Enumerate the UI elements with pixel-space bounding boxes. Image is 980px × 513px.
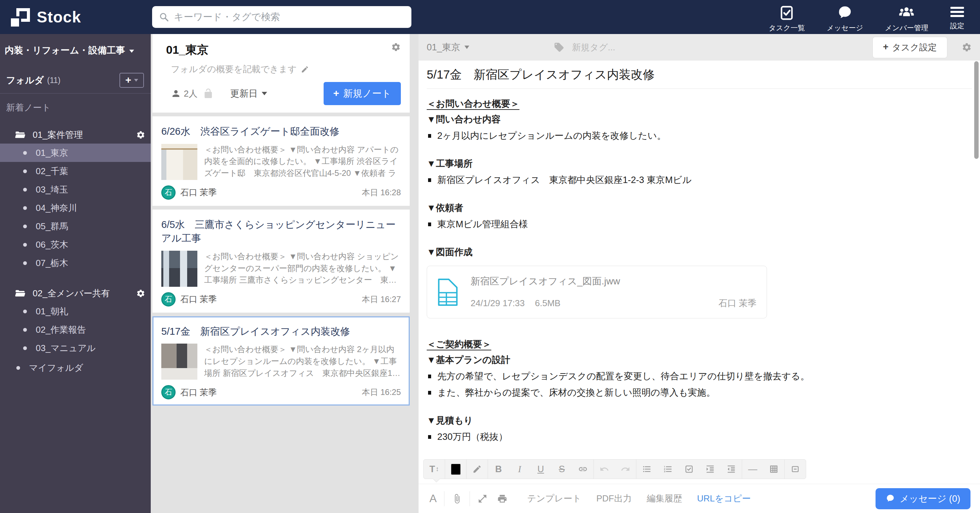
- bulleted-list-button[interactable]: [636, 460, 657, 479]
- nav-messages-label: メッセージ: [827, 23, 863, 33]
- link-button[interactable]: [572, 460, 593, 479]
- bold-button[interactable]: B: [488, 460, 509, 479]
- stock-logo-icon: [10, 7, 30, 27]
- undo-button[interactable]: [594, 460, 615, 479]
- nav-task-list[interactable]: タスク一覧: [769, 5, 805, 33]
- checklist-icon: [684, 464, 694, 474]
- task-settings-button[interactable]: + タスク設定: [872, 37, 947, 58]
- square-bullet-icon: [428, 435, 431, 439]
- bullet-icon: [23, 224, 27, 228]
- message-button[interactable]: メッセージ (0): [875, 488, 970, 509]
- add-folder-button[interactable]: +: [119, 73, 144, 88]
- insert-table-button[interactable]: [763, 460, 784, 479]
- outdent-button[interactable]: [721, 460, 742, 479]
- undo-icon: [600, 464, 609, 474]
- strikethrough-button[interactable]: S: [551, 460, 572, 479]
- horizontal-rule-button[interactable]: —: [742, 460, 763, 479]
- sidebar-item-01-chorei[interactable]: 01_朝礼: [0, 302, 151, 321]
- underline-button[interactable]: U: [530, 460, 551, 479]
- member-count[interactable]: 2人: [184, 88, 197, 100]
- new-tag-input[interactable]: [572, 42, 681, 53]
- file-attachment[interactable]: 新宿区プレイスオフィス_図面.jww 24/1/29 17:33 6.5MB 石…: [427, 266, 767, 318]
- highlighter-button[interactable]: [466, 460, 488, 479]
- new-note-button[interactable]: + 新規ノート: [324, 82, 401, 105]
- nav-messages[interactable]: メッセージ: [827, 5, 863, 33]
- numbered-list-button[interactable]: [657, 460, 679, 479]
- note-timestamp: 本日 16:25: [362, 387, 401, 398]
- sidebar-item-07-tochigi[interactable]: 07_栃木: [0, 254, 151, 272]
- note-timestamp: 本日 16:28: [362, 187, 401, 198]
- member-icon: [171, 89, 181, 98]
- edit-history-link[interactable]: 編集履歴: [646, 492, 682, 505]
- app-title: Stock: [37, 8, 81, 26]
- topbar: Stock タスク一覧 メッセージ メンバー管理 設定: [0, 0, 980, 34]
- bullet-icon: [23, 188, 27, 192]
- fullscreen-button[interactable]: [477, 494, 488, 504]
- note-detail-panel: 01_東京 + タスク設定 5/17金 新宿区プレイスオフィス内装改修 ＜お問い…: [418, 34, 980, 513]
- template-link[interactable]: テンプレート: [527, 492, 581, 505]
- search-input[interactable]: [152, 6, 411, 28]
- bullet-icon: [23, 261, 27, 265]
- bullet-icon: [23, 243, 27, 247]
- note-title: 5/17金 新宿区プレイスオフィス内装改修: [427, 60, 972, 89]
- sidebar-item-02-work-report[interactable]: 02_作業報告: [0, 321, 151, 339]
- note-card-3-selected[interactable]: 5/17金 新宿区プレイスオフィス内装改修 ＜お問い合わせ概要＞ ▼問い合わせ内…: [153, 316, 410, 406]
- sort-dropdown[interactable]: 更新日: [230, 87, 267, 100]
- note-timestamp: 本日 16:27: [362, 294, 401, 305]
- open-folder-icon: [15, 288, 25, 299]
- file-author: 石口 茉季: [719, 297, 756, 309]
- bullet-icon: [23, 328, 27, 332]
- font-button[interactable]: A: [430, 492, 437, 505]
- bullet-icon: [23, 206, 27, 210]
- indent-button[interactable]: [700, 460, 721, 479]
- redo-button[interactable]: [615, 460, 636, 479]
- sidebar-item-my-folder[interactable]: マイフォルダ: [0, 359, 151, 377]
- delete-row-button[interactable]: [785, 460, 806, 479]
- sidebar-item-01-tokyo[interactable]: 01_東京: [0, 144, 151, 162]
- note-editor[interactable]: 5/17金 新宿区プレイスオフィス内装改修 ＜お問い合わせ概要＞ ▼問い合わせ内…: [418, 60, 980, 459]
- text-size-button[interactable]: T↕: [424, 460, 445, 479]
- gear-icon[interactable]: [962, 42, 972, 52]
- attach-file-button[interactable]: [452, 494, 462, 504]
- note-folder-dropdown[interactable]: 01_東京: [427, 41, 469, 53]
- gear-icon[interactable]: [136, 289, 145, 298]
- text-color-button[interactable]: [445, 460, 466, 479]
- note-card-2[interactable]: 6/5水 三鷹市さくらショッピングセンターリニューアル工事 ＜お問い合わせ概要＞…: [153, 210, 410, 313]
- nav-settings[interactable]: 設定: [950, 5, 964, 31]
- cell-minus-icon: [791, 464, 800, 474]
- note-footer-bar: A テンプレート PDF出力 編集履歴 URLをコピー メッセージ (0): [418, 484, 980, 513]
- sidebar-folder-group-1[interactable]: 01_案件管理: [0, 126, 151, 144]
- sidebar-item-02-chiba[interactable]: 02_千葉: [0, 162, 151, 180]
- sidebar-item-04-kanagawa[interactable]: 04_神奈川: [0, 199, 151, 217]
- sidebar-item-new-notes[interactable]: 新着ノート: [0, 94, 151, 114]
- note-card-1[interactable]: 6/26水 渋谷区ライズゲート邸全面改修 ＜お問い合わせ概要＞ ▼問い合わせ内容…: [153, 116, 410, 206]
- workspace-name: 内装・リフォーム・設備工事: [5, 44, 125, 56]
- sidebar-item-03-manual[interactable]: 03_マニュアル: [0, 339, 151, 357]
- sidebar-item-06-ibaraki[interactable]: 06_茨木: [0, 235, 151, 254]
- square-bullet-icon: [428, 375, 431, 378]
- note-author: 石口 茉季: [180, 294, 217, 305]
- color-swatch-icon: [451, 464, 460, 475]
- bullet-item: また、弊社からの提案で、床材の交換と新しい照明の導入も実施。: [427, 386, 972, 399]
- workspace-switcher[interactable]: 内装・リフォーム・設備工事: [0, 34, 151, 56]
- nav-member-management[interactable]: メンバー管理: [885, 5, 928, 33]
- gear-icon[interactable]: [391, 42, 401, 52]
- open-folder-icon: [15, 130, 25, 140]
- link-icon: [578, 464, 588, 474]
- folders-header: フォルダ (11) +: [0, 73, 151, 94]
- sidebar-item-03-saitama[interactable]: 03_埼玉: [0, 180, 151, 199]
- app-logo[interactable]: Stock: [0, 7, 81, 27]
- copy-url-link[interactable]: URLをコピー: [697, 492, 751, 505]
- italic-button[interactable]: I: [509, 460, 530, 479]
- chat-bubble-icon: [886, 494, 895, 503]
- folder-description[interactable]: フォルダの概要を記載できます: [171, 63, 401, 75]
- scrollbar[interactable]: [974, 61, 978, 159]
- file-name: 新宿区プレイスオフィス_図面.jww: [471, 275, 756, 288]
- print-button[interactable]: [497, 494, 508, 504]
- gear-icon[interactable]: [136, 130, 145, 140]
- pdf-export-link[interactable]: PDF出力: [596, 492, 632, 505]
- sidebar-item-05-gunma[interactable]: 05_群馬: [0, 217, 151, 235]
- sidebar-folder-group-2[interactable]: 02_全メンバー共有: [0, 284, 151, 302]
- checklist-button[interactable]: [679, 460, 700, 479]
- sidebar: 内装・リフォーム・設備工事 フォルダ (11) + 新着ノート 01_案件管理 …: [0, 34, 151, 513]
